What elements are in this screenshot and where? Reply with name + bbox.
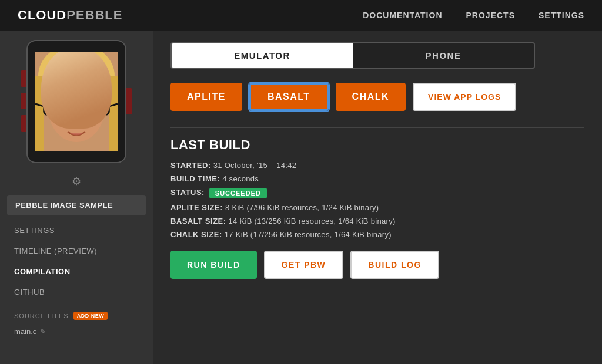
phone-btn-mid[interactable] [21,93,26,109]
svg-point-15 [58,104,61,107]
basalt-size-value: 14 KiB (13/256 KiB resources, 1/64 KiB b… [229,217,396,225]
build-time-value: 4 seconds [222,174,259,183]
sidebar-item-github[interactable]: GITHUB [0,282,153,302]
chalk-button[interactable]: CHALK [336,83,406,111]
started-row: STARTED: 31 October, '15 – 14:42 [170,161,584,170]
aplite-size-value: 8 KiB (7/96 KiB resources, 1/24 KiB bina… [225,203,379,212]
divider [170,127,584,128]
svg-point-4 [48,74,105,142]
basalt-button[interactable]: BASALT [249,83,329,111]
topnav: CLOUD PEBBLE DOCUMENTATION PROJECTS SETT… [0,0,602,31]
started-value: 31 October, '15 – 14:42 [213,161,297,170]
logo: CLOUD PEBBLE [18,8,122,23]
build-buttons: APLITE BASALT CHALK VIEW APP LOGS [170,83,584,111]
sidebar: ⚙ PEBBLE IMAGE SAMPLE SETTINGS TIMELINE … [0,31,153,364]
add-new-button[interactable]: ADD NEW [73,312,108,320]
build-time-row: BUILD TIME: 4 seconds [170,174,584,183]
documentation-link[interactable]: DOCUMENTATION [363,11,442,20]
sidebar-item-timeline[interactable]: TIMELINE (PREVIEW) [0,241,153,261]
aplite-size-label: APLITE SIZE: [170,203,223,212]
phone-outer [26,40,126,163]
svg-rect-7 [82,98,109,114]
started-label: STARTED: [170,161,211,170]
phone-btn-right[interactable] [126,88,132,114]
logo-cloud: CLOUD [18,8,66,23]
status-label: STATUS: [170,188,205,197]
edit-icon[interactable]: ✎ [40,328,46,336]
phone-settings-icon[interactable]: ⚙ [0,173,153,190]
tab-emulator[interactable]: EMULATOR [172,43,353,68]
svg-point-16 [96,104,99,107]
svg-point-14 [92,102,101,110]
last-build-section: LAST BUILD STARTED: 31 October, '15 – 14… [170,137,584,239]
svg-point-11 [49,100,65,112]
svg-point-17 [72,119,81,124]
chalk-size-row: CHALK SIZE: 17 KiB (17/256 KiB resources… [170,230,584,239]
sidebar-item-compilation[interactable]: COMPILATION [0,261,153,282]
source-files-section: SOURCE FILES ADD NEW [0,302,153,323]
svg-point-13 [53,102,62,110]
file-name: main.c [14,327,36,336]
svg-point-1 [38,52,115,108]
main-layout: ⚙ PEBBLE IMAGE SAMPLE SETTINGS TIMELINE … [0,31,602,364]
deploy-tabs: EMULATOR PHONE [170,42,535,69]
sidebar-item-settings[interactable]: SETTINGS [0,220,153,241]
topnav-links: DOCUMENTATION PROJECTS SETTINGS [363,11,584,20]
settings-nav-link[interactable]: SETTINGS [539,11,584,20]
chalk-size-label: CHALK SIZE: [170,230,222,239]
projects-link[interactable]: PROJECTS [466,11,515,20]
basalt-size-row: BASALT SIZE: 14 KiB (13/256 KiB resource… [170,217,584,225]
logo-pebble: PEBBLE [66,8,122,23]
aplite-button[interactable]: APLITE [170,83,242,111]
gear-icon: ⚙ [72,176,81,187]
build-log-button[interactable]: BUILD LOG [350,251,439,279]
status-badge: SUCCEEDED [209,188,267,198]
basalt-size-label: BASALT SIZE: [170,217,226,225]
status-row: STATUS: SUCCEEDED [170,188,584,198]
chalk-size-value: 17 KiB (17/256 KiB resources, 1/64 KiB b… [225,230,392,239]
phone-mockup [0,31,153,173]
build-time-label: BUILD TIME: [170,174,220,183]
phone-btn-top[interactable] [21,70,26,87]
svg-point-12 [88,100,104,112]
source-files-label: SOURCE FILES [14,312,69,319]
run-build-button[interactable]: RUN BUILD [170,251,257,279]
sidebar-project-name[interactable]: PEBBLE IMAGE SAMPLE [7,195,146,215]
tab-phone[interactable]: PHONE [353,43,534,68]
svg-rect-6 [44,98,71,114]
last-build-title: LAST BUILD [170,137,584,153]
svg-rect-2 [35,76,44,151]
svg-rect-3 [109,76,118,151]
right-panel: EMULATOR PHONE APLITE BASALT CHALK VIEW … [153,31,602,364]
view-app-logs-button[interactable]: VIEW APP LOGS [413,83,516,111]
bottom-buttons: RUN BUILD GET PBW BUILD LOG [170,251,584,279]
phone-screen [35,52,118,151]
svg-point-5 [41,52,112,92]
face-illustration [35,52,118,151]
get-pbw-button[interactable]: GET PBW [264,251,344,279]
aplite-size-row: APLITE SIZE: 8 KiB (7/96 KiB resources, … [170,203,584,212]
file-main-c[interactable]: main.c ✎ [0,323,153,339]
phone-btn-bot[interactable] [21,115,26,132]
